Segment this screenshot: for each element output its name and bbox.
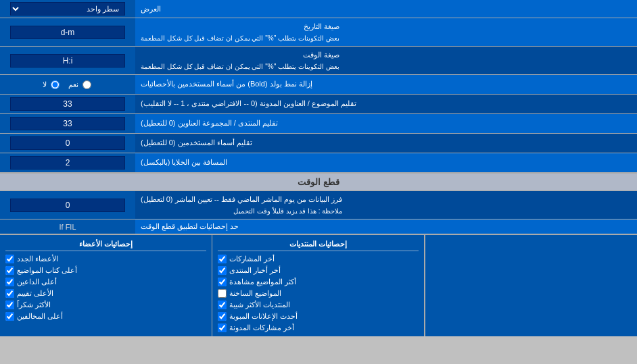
- remove-bold-row: إزالة نمط بولد (Bold) من أسماء المستخدمي…: [0, 75, 637, 95]
- checkbox-new-members-input[interactable]: [5, 255, 14, 263]
- time-format-label: صيغة الوقت بعض التكوينات يتطلب "%" التي …: [135, 47, 637, 74]
- limit-row-wrapper: حد إحصائيات لتطبيق قطع الوقت If FIL: [0, 219, 637, 234]
- checkbox-last-posts: أخر المشاركات: [218, 253, 419, 265]
- topic-trim-label: تقليم الموضوع / العناوين المدونة (0 -- ا…: [135, 95, 637, 113]
- checkbox-most-viewed-input[interactable]: [218, 278, 227, 286]
- remove-bold-radio-cell: نعم لا: [0, 75, 135, 94]
- cell-spacing-row: المسافة بين الخلايا (بالبكسل): [0, 153, 637, 173]
- checkbox-hot-topics-input[interactable]: [218, 289, 227, 298]
- checkbox-top-writers: أعلى كتاب المواضيع: [5, 265, 206, 276]
- checkbox-top-rated-input[interactable]: [5, 289, 14, 298]
- checkbox-top-violators-input[interactable]: [5, 312, 14, 321]
- date-format-input[interactable]: [10, 26, 125, 39]
- limit-label: حد إحصائيات لتطبيق قطع الوقت: [135, 219, 637, 234]
- checkbox-top-posters-input[interactable]: [5, 278, 14, 286]
- radio-no[interactable]: [51, 80, 60, 89]
- cutoff-days-label: فرز البيانات من يوم الماشر الماضي فقط --…: [135, 191, 637, 219]
- display-select-cell: سطر واحد سطرين ثلاثة أسطر: [0, 0, 135, 18]
- topic-trim-row: تقليم الموضوع / العناوين المدونة (0 -- ا…: [0, 95, 637, 114]
- checkbox-top-writers-input[interactable]: [5, 266, 14, 275]
- remove-bold-label: إزالة نمط بولد (Bold) من أسماء المستخدمي…: [135, 75, 637, 94]
- cell-spacing-label: المسافة بين الخلايا (بالبكسل): [135, 153, 637, 172]
- checkbox-most-forums: المنتديات الأكثر شيبة: [218, 299, 419, 311]
- radio-yes[interactable]: [82, 80, 91, 89]
- checkbox-last-news: أخر أخبار المنتدى: [218, 265, 419, 276]
- cutoff-days-input[interactable]: [10, 199, 125, 212]
- username-trim-row: تقليم أسماء المستخدمين (0 للتعطيل): [0, 134, 637, 153]
- checkbox-most-thanks: الأكثر شكراً: [5, 299, 206, 311]
- topic-trim-input[interactable]: [10, 97, 125, 111]
- checkbox-latest-ads-input[interactable]: [218, 312, 227, 321]
- checkbox-new-members: الأعضاء الجدد: [5, 253, 206, 265]
- topic-trim-input-cell: [0, 95, 135, 113]
- checkbox-latest-ads: أحدث الإعلانات المبوبة: [218, 311, 419, 322]
- checkbox-hot-topics: المواضيع الساخنة: [218, 288, 419, 299]
- checkbox-col-forums: إحصائيات المنتديات أخر المشاركات أخر أخب…: [212, 235, 425, 336]
- date-format-input-cell: [0, 18, 135, 46]
- date-format-label: صيغة التاريخ بعض التكوينات يتطلب "%" الت…: [135, 18, 637, 46]
- checkbox-col-right: [425, 235, 637, 336]
- checkboxes-section: إحصائيات المنتديات أخر المشاركات أخر أخب…: [0, 234, 637, 336]
- username-trim-label: تقليم أسماء المستخدمين (0 للتعطيل): [135, 134, 637, 153]
- checkbox-blog-posts-input[interactable]: [218, 323, 227, 332]
- forum-trim-row: تقليم المنتدى / المجموعة العناوين (0 للت…: [0, 114, 637, 134]
- cell-spacing-input[interactable]: [10, 156, 125, 170]
- forum-trim-input[interactable]: [10, 117, 125, 130]
- cutoff-section-header: قطع الوقت: [0, 173, 637, 191]
- time-format-row: صيغة الوقت بعض التكوينات يتطلب "%" التي …: [0, 47, 637, 75]
- checkbox-most-forums-input[interactable]: [218, 301, 227, 309]
- checkbox-last-news-input[interactable]: [218, 266, 227, 275]
- cutoff-days-input-cell: [0, 191, 135, 219]
- checkbox-top-rated: الأعلى تقييم: [5, 288, 206, 299]
- display-label: العرض: [135, 0, 637, 18]
- checkbox-top-posters: أعلى الداعين: [5, 276, 206, 288]
- cutoff-days-row: فرز البيانات من يوم الماشر الماضي فقط --…: [0, 191, 637, 219]
- forums-stats-title: إحصائيات المنتديات: [218, 238, 419, 251]
- checkbox-top-violators: أعلى المخالفين: [5, 311, 206, 322]
- username-trim-input-cell: [0, 134, 135, 153]
- forum-trim-label: تقليم المنتدى / المجموعة العناوين (0 للت…: [135, 114, 637, 133]
- checkbox-col-members: إحصائيات الأعضاء الأعضاء الجدد أعلى كتاب…: [0, 235, 212, 336]
- time-format-input-cell: [0, 47, 135, 74]
- date-format-row: صيغة التاريخ بعض التكوينات يتطلب "%" الت…: [0, 18, 637, 47]
- username-trim-input[interactable]: [10, 136, 125, 150]
- limit-value-cell: If FIL: [0, 219, 135, 234]
- members-stats-title: إحصائيات الأعضاء: [5, 238, 206, 251]
- cell-spacing-input-cell: [0, 153, 135, 172]
- radio-no-label: لا: [43, 80, 62, 89]
- forum-trim-input-cell: [0, 114, 135, 133]
- time-format-input[interactable]: [10, 54, 125, 68]
- display-select[interactable]: سطر واحد سطرين ثلاثة أسطر: [10, 2, 125, 16]
- limit-note: If FIL: [59, 223, 76, 231]
- radio-yes-label: نعم: [68, 80, 93, 89]
- checkbox-most-thanks-input[interactable]: [5, 301, 14, 309]
- checkbox-most-viewed: أكثر المواضيع مشاهدة: [218, 276, 419, 288]
- checkbox-blog-posts: أخر مشاركات المدونة: [218, 322, 419, 334]
- checkbox-last-posts-input[interactable]: [218, 255, 227, 263]
